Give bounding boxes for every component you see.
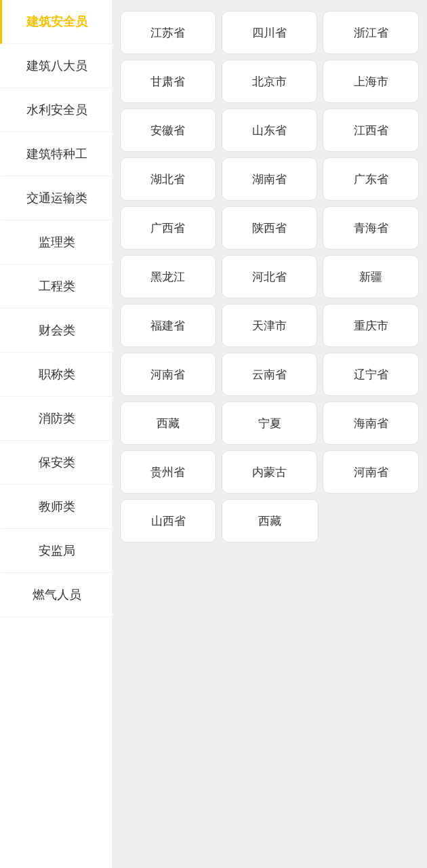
province-row-7: 河南省云南省辽宁省 — [120, 353, 419, 396]
province-btn-8-0[interactable]: 西藏 — [120, 401, 216, 445]
sidebar-item-2[interactable]: 水利安全员 — [0, 88, 112, 132]
province-btn-empty-10-2 — [324, 499, 419, 542]
sidebar-item-12[interactable]: 安监局 — [0, 529, 112, 573]
province-btn-3-2[interactable]: 广东省 — [323, 157, 419, 201]
province-btn-5-0[interactable]: 黑龙江 — [120, 255, 216, 298]
province-btn-6-1[interactable]: 天津市 — [222, 304, 318, 347]
province-btn-0-1[interactable]: 四川省 — [222, 11, 318, 54]
province-row-1: 甘肃省北京市上海市 — [120, 60, 419, 103]
sidebar-item-0[interactable]: 建筑安全员 — [0, 0, 112, 44]
province-btn-3-0[interactable]: 湖北省 — [120, 157, 216, 201]
province-grid: 江苏省四川省浙江省甘肃省北京市上海市安徽省山东省江西省湖北省湖南省广东省广西省陕… — [120, 11, 419, 542]
province-btn-1-2[interactable]: 上海市 — [323, 60, 419, 103]
province-btn-4-1[interactable]: 陕西省 — [222, 206, 318, 250]
sidebar-item-13[interactable]: 燃气人员 — [0, 573, 112, 617]
province-row-8: 西藏宁夏海南省 — [120, 401, 419, 445]
province-btn-8-2[interactable]: 海南省 — [323, 401, 419, 445]
province-btn-6-2[interactable]: 重庆市 — [323, 304, 419, 347]
province-btn-1-0[interactable]: 甘肃省 — [120, 60, 216, 103]
province-btn-10-0[interactable]: 山西省 — [120, 499, 216, 542]
province-row-5: 黑龙江河北省新疆 — [120, 255, 419, 298]
province-btn-0-0[interactable]: 江苏省 — [120, 11, 216, 54]
sidebar-item-6[interactable]: 工程类 — [0, 264, 112, 309]
sidebar-item-10[interactable]: 保安类 — [0, 441, 112, 485]
province-btn-4-2[interactable]: 青海省 — [323, 206, 419, 250]
province-btn-8-1[interactable]: 宁夏 — [222, 401, 318, 445]
province-btn-4-0[interactable]: 广西省 — [120, 206, 216, 250]
province-btn-2-0[interactable]: 安徽省 — [120, 108, 216, 152]
sidebar-item-9[interactable]: 消防类 — [0, 397, 112, 441]
province-btn-7-2[interactable]: 辽宁省 — [323, 353, 419, 396]
province-row-4: 广西省陕西省青海省 — [120, 206, 419, 250]
sidebar-item-1[interactable]: 建筑八大员 — [0, 44, 112, 88]
sidebar-item-11[interactable]: 教师类 — [0, 485, 112, 529]
province-row-0: 江苏省四川省浙江省 — [120, 11, 419, 54]
sidebar-item-3[interactable]: 建筑特种工 — [0, 132, 112, 176]
province-btn-9-0[interactable]: 贵州省 — [120, 450, 216, 494]
province-btn-3-1[interactable]: 湖南省 — [222, 157, 318, 201]
province-btn-2-1[interactable]: 山东省 — [222, 108, 318, 152]
province-btn-5-1[interactable]: 河北省 — [222, 255, 318, 298]
sidebar-item-8[interactable]: 职称类 — [0, 353, 112, 397]
province-row-9: 贵州省内蒙古河南省 — [120, 450, 419, 494]
province-btn-7-1[interactable]: 云南省 — [222, 353, 318, 396]
sidebar-item-5[interactable]: 监理类 — [0, 220, 112, 264]
main-content: 江苏省四川省浙江省甘肃省北京市上海市安徽省山东省江西省湖北省湖南省广东省广西省陕… — [112, 0, 427, 868]
province-btn-9-2[interactable]: 河南省 — [323, 450, 419, 494]
province-row-2: 安徽省山东省江西省 — [120, 108, 419, 152]
sidebar: 建筑安全员建筑八大员水利安全员建筑特种工交通运输类监理类工程类财会类职称类消防类… — [0, 0, 112, 868]
province-btn-6-0[interactable]: 福建省 — [120, 304, 216, 347]
province-btn-9-1[interactable]: 内蒙古 — [222, 450, 318, 494]
province-row-3: 湖北省湖南省广东省 — [120, 157, 419, 201]
province-row-10: 山西省西藏 — [120, 499, 419, 542]
sidebar-item-7[interactable]: 财会类 — [0, 309, 112, 353]
sidebar-item-4[interactable]: 交通运输类 — [0, 176, 112, 220]
province-btn-7-0[interactable]: 河南省 — [120, 353, 216, 396]
province-btn-1-1[interactable]: 北京市 — [222, 60, 318, 103]
province-btn-2-2[interactable]: 江西省 — [323, 108, 419, 152]
province-btn-10-1[interactable]: 西藏 — [222, 499, 318, 542]
province-btn-5-2[interactable]: 新疆 — [323, 255, 419, 298]
province-btn-0-2[interactable]: 浙江省 — [323, 11, 419, 54]
province-row-6: 福建省天津市重庆市 — [120, 304, 419, 347]
